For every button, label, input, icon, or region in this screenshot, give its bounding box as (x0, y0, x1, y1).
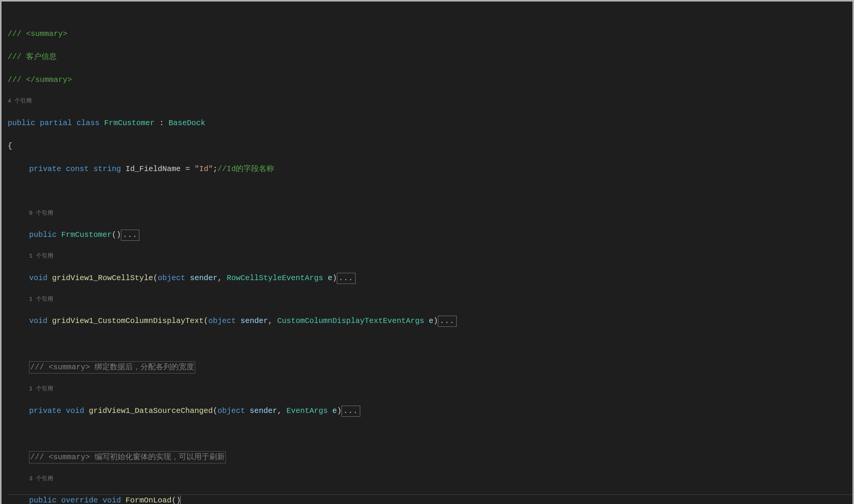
blank-line (8, 186, 852, 198)
keyword-public: public (29, 496, 57, 504)
keyword-class: class (77, 119, 100, 127)
keyword-void: void (29, 274, 47, 282)
code-line: /// <summary> (8, 28, 852, 40)
param-e: e (429, 316, 433, 325)
paren-open: ( (204, 316, 208, 325)
keyword-override: override (61, 496, 98, 504)
blank-line (8, 428, 852, 440)
paren-open: ( (153, 274, 158, 282)
blank-line (8, 338, 852, 350)
type-basedock: BaseDock (168, 119, 205, 127)
keyword-object: object (217, 406, 245, 415)
param-sender: sender (250, 406, 277, 415)
collapsed-summary[interactable]: /// <summary> 编写初始化窗体的实现，可以用于刷新 (29, 451, 226, 463)
colon: : (155, 119, 168, 127)
code-line: { (8, 140, 852, 152)
keyword-void: void (103, 496, 121, 504)
type-args: EventArgs (286, 406, 328, 415)
codelens-references[interactable]: 1 个引用 (8, 295, 852, 304)
string-literal: "Id" (194, 165, 213, 173)
type-args: RowCellStyleEventArgs (227, 274, 323, 282)
code-line: /// 客户信息 (8, 51, 852, 63)
keyword-private: private (29, 406, 61, 415)
keyword-string: string (93, 165, 121, 173)
keyword-const: const (66, 165, 89, 173)
constructor-name: FrmCustomer (61, 230, 112, 239)
xml-doc-summary-close: /// </summary> (8, 75, 72, 84)
type-args: CustomColumnDisplayTextEventArgs (277, 316, 424, 325)
text-cursor (180, 496, 181, 504)
comma: , (268, 316, 277, 325)
fold-collapsed-icon[interactable]: ... (121, 230, 139, 241)
parens: () (171, 496, 181, 504)
codelens-references[interactable]: 3 个引用 (8, 475, 852, 484)
keyword-object: object (208, 316, 236, 325)
code-line: void gridView1_RowCellStyle(object sende… (8, 272, 852, 284)
type-frmcustomer: FrmCustomer (104, 119, 155, 127)
param-sender: sender (190, 274, 217, 282)
param-e: e (332, 406, 337, 415)
method-name: gridView1_RowCellStyle (52, 274, 153, 282)
xml-doc-summary-open: /// <summary> (8, 29, 67, 38)
current-line: public override void FormOnLoad() (8, 494, 852, 504)
comma: , (217, 274, 227, 282)
code-line: /// <summary> 绑定数据后，分配各列的宽度 (8, 361, 852, 374)
equals: = (181, 165, 194, 173)
code-line: /// </summary> (8, 74, 852, 86)
paren-close: ) (332, 274, 337, 282)
paren-open: ( (213, 406, 217, 415)
keyword-partial: partial (40, 119, 72, 127)
brace-open: { (8, 142, 12, 150)
semicolon: ; (213, 165, 217, 173)
paren-close: ) (337, 406, 341, 415)
method-name: gridView1_DataSourceChanged (89, 406, 213, 415)
code-line: void gridView1_CustomColumnDisplayText(o… (8, 315, 852, 327)
keyword-void: void (66, 406, 84, 415)
codelens-references[interactable]: 0 个引用 (8, 209, 852, 218)
codelens-references[interactable]: 1 个引用 (8, 252, 852, 261)
fold-collapsed-icon[interactable]: ... (341, 406, 360, 417)
keyword-void: void (29, 316, 47, 325)
xml-doc-text: /// 客户信息 (8, 52, 57, 61)
parens: () (112, 230, 121, 239)
collapsed-summary[interactable]: /// <summary> 绑定数据后，分配各列的宽度 (29, 361, 195, 374)
fold-collapsed-icon[interactable]: ... (438, 316, 456, 327)
code-editor[interactable]: /// <summary> /// 客户信息 /// </summary> 4 … (2, 2, 852, 504)
param-sender: sender (240, 316, 268, 325)
codelens-references[interactable]: 1 个引用 (8, 385, 852, 394)
param-e: e (328, 274, 332, 282)
keyword-private: private (29, 165, 61, 173)
fold-collapsed-icon[interactable]: ... (337, 273, 355, 284)
method-name: FormOnLoad (126, 496, 171, 504)
code-line: public partial class FrmCustomer : BaseD… (8, 117, 852, 129)
paren-close: ) (433, 316, 438, 325)
codelens-references[interactable]: 4 个引用 (8, 97, 852, 106)
keyword-object: object (158, 274, 185, 282)
code-line: private void gridView1_DataSourceChanged… (8, 405, 852, 417)
code-line: public FrmCustomer()... (8, 229, 852, 241)
keyword-public: public (8, 119, 35, 127)
method-name: gridView1_CustomColumnDisplayText (52, 316, 204, 325)
comma: , (277, 406, 286, 415)
line-comment: //Id的字段名称 (217, 165, 274, 173)
field-name: Id_FieldName (126, 165, 181, 173)
keyword-public: public (29, 230, 57, 239)
code-line: /// <summary> 编写初始化窗体的实现，可以用于刷新 (8, 451, 852, 463)
code-line: private const string Id_FieldName = "Id"… (8, 163, 852, 175)
